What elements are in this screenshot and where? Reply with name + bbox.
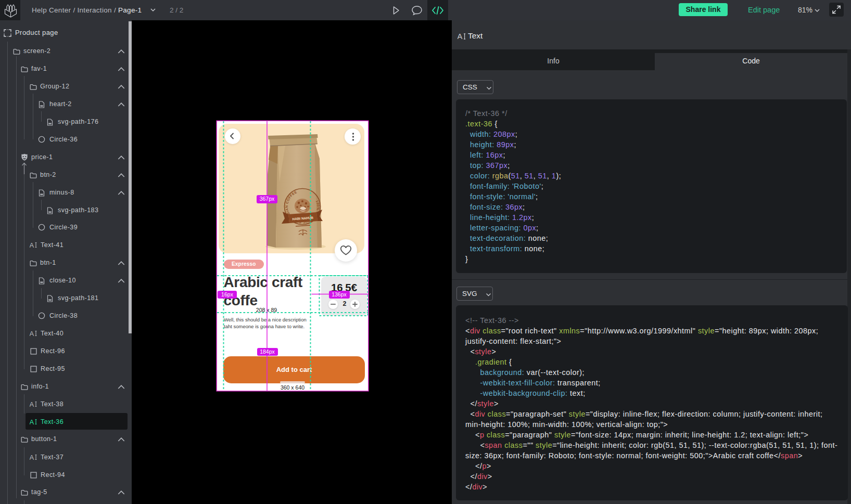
svg-text:A: A xyxy=(458,32,462,41)
